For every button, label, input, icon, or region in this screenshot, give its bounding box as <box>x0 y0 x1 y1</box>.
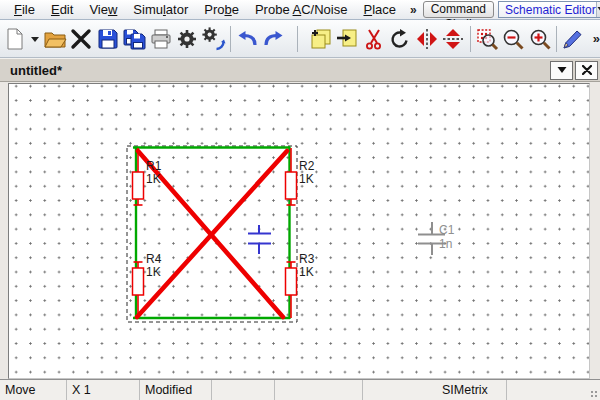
zoom-in-icon <box>528 27 552 51</box>
menu-probe-ac-noise[interactable]: Probe AC/Noise <box>247 1 356 18</box>
new-options-button[interactable] <box>29 23 42 55</box>
main-toolbar: » <box>0 20 600 58</box>
dropdown-triangle-icon <box>557 66 567 74</box>
save-all-icon <box>122 27 146 51</box>
capacitor-selected[interactable] <box>248 225 271 254</box>
svg-text:1K: 1K <box>299 172 314 186</box>
paste-button[interactable] <box>334 23 361 55</box>
paste-icon <box>335 27 359 51</box>
toolbar-separator <box>556 26 557 52</box>
command-shell-button[interactable]: Command Shell <box>423 1 494 18</box>
redo-arrow-icon <box>262 27 286 51</box>
toolbar-separator <box>230 26 231 52</box>
close-schematic-button[interactable] <box>68 23 95 55</box>
editor-mode-value: Schematic Editor <box>499 3 596 17</box>
duplicate-icon <box>309 27 333 51</box>
menu-probe[interactable]: Probe <box>196 1 247 18</box>
zoom-in-button[interactable] <box>527 23 554 55</box>
open-folder-icon <box>43 27 67 51</box>
flip-horizontal-button[interactable] <box>414 23 441 55</box>
svg-text:1n: 1n <box>439 237 452 251</box>
svg-text:1K: 1K <box>146 265 161 279</box>
close-x-icon <box>69 27 93 51</box>
printer-icon <box>149 27 173 51</box>
pencil-icon <box>561 27 585 51</box>
svg-text:R2: R2 <box>299 159 315 173</box>
rerun-simulation-button[interactable] <box>200 23 227 55</box>
status-empty-2 <box>275 380 363 400</box>
new-document-icon <box>3 27 27 51</box>
document-title: untitled* <box>10 63 62 78</box>
menu-bar: File Edit View Simulator Probe Probe AC/… <box>0 0 600 20</box>
status-modified: Modified <box>140 380 212 400</box>
rotate-arrow-icon <box>388 27 412 51</box>
save-button[interactable] <box>94 23 121 55</box>
wire-mode-button[interactable] <box>560 23 587 55</box>
scissors-icon <box>362 27 386 51</box>
menu-overflow-chevron-icon[interactable]: » <box>404 3 423 17</box>
save-floppy-icon <box>96 27 120 51</box>
svg-text:R1: R1 <box>146 159 162 173</box>
svg-text:1K: 1K <box>299 265 314 279</box>
window-list-button[interactable] <box>550 61 573 80</box>
status-empty-3 <box>507 380 600 400</box>
svg-text:C1: C1 <box>439 223 455 237</box>
status-bar: Move X 1 Modified SIMetrix <box>0 379 600 400</box>
undo-button[interactable] <box>234 23 261 55</box>
rotate-button[interactable] <box>387 23 414 55</box>
toolbar-more-chevron-icon[interactable]: » <box>593 31 600 46</box>
undo-arrow-icon <box>235 27 259 51</box>
zoom-out-button[interactable] <box>500 23 527 55</box>
dropdown-caret-icon <box>30 27 40 51</box>
menu-file[interactable]: File <box>6 1 43 18</box>
redo-button[interactable] <box>260 23 287 55</box>
toolbar-separator <box>297 26 298 52</box>
status-empty-1 <box>212 380 275 400</box>
status-zoom: X 1 <box>67 380 140 400</box>
save-all-button[interactable] <box>121 23 148 55</box>
menu-edit[interactable]: Edit <box>43 1 81 18</box>
capacitor-c1-ghost[interactable]: C1 1n <box>418 222 455 255</box>
zoom-fit-button[interactable] <box>474 23 501 55</box>
new-schematic-button[interactable] <box>2 23 29 55</box>
document-title-bar: untitled* <box>0 58 600 82</box>
print-button[interactable] <box>147 23 174 55</box>
close-document-button[interactable] <box>575 61 598 80</box>
svg-text:R3: R3 <box>299 252 315 266</box>
close-icon <box>582 65 592 75</box>
menu-place[interactable]: Place <box>355 1 404 18</box>
menu-simulator[interactable]: Simulator <box>125 1 196 18</box>
flip-vertical-icon <box>441 27 465 51</box>
menu-view[interactable]: View <box>81 1 125 18</box>
gear-icon <box>175 27 199 51</box>
status-mode: Move <box>0 380 67 400</box>
duplicate-button[interactable] <box>308 23 335 55</box>
simulator-options-button[interactable] <box>174 23 201 55</box>
zoom-out-icon <box>501 27 525 51</box>
flip-horizontal-icon <box>415 27 439 51</box>
resize-grip-icon[interactable] <box>589 389 598 398</box>
toolbar-separator <box>470 26 471 52</box>
gear-refresh-icon <box>202 27 226 51</box>
flip-vertical-button[interactable] <box>440 23 467 55</box>
zoom-fit-icon <box>475 27 499 51</box>
editor-mode-select[interactable]: Schematic Editor <box>498 1 600 18</box>
svg-text:1K: 1K <box>146 172 161 186</box>
cut-button[interactable] <box>361 23 388 55</box>
svg-text:R4: R4 <box>146 252 162 266</box>
schematic-canvas[interactable]: R1 1K R2 1K R4 1K R3 1K <box>8 83 590 379</box>
open-file-button[interactable] <box>41 23 68 55</box>
status-app: SIMetrix <box>363 380 507 400</box>
editor-mode-dropdown-icon[interactable] <box>596 2 600 17</box>
